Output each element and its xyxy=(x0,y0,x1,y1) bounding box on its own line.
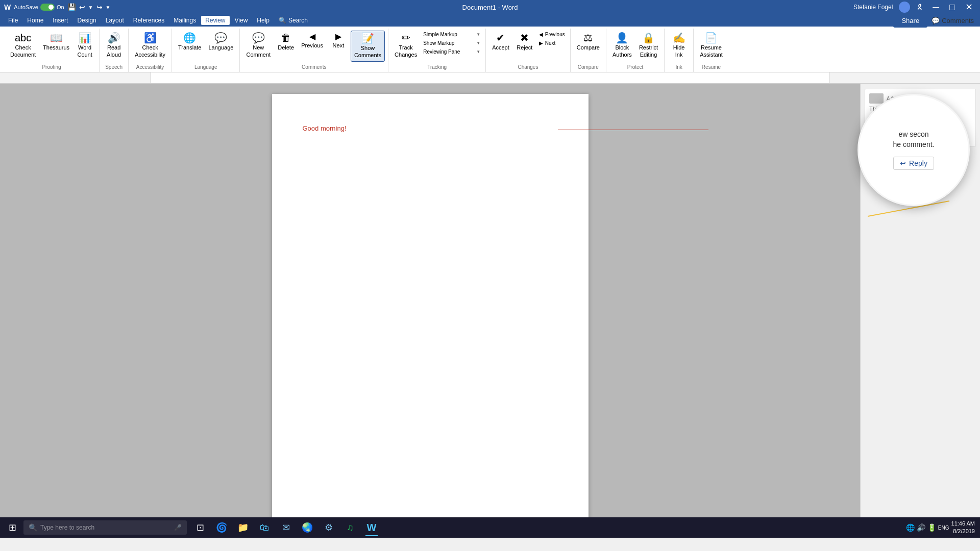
proofing-items: abc Check Document 📖 Thesaurus 📊 Word Co… xyxy=(7,29,96,63)
track-changes-button[interactable]: ✏ Track Changes xyxy=(391,31,420,61)
menu-home[interactable]: Home xyxy=(23,16,47,25)
clock[interactable]: 11:46 AM 8/2/2019 xyxy=(951,520,975,536)
menu-file[interactable]: File xyxy=(4,16,22,25)
resume-label: Resume xyxy=(697,63,726,72)
menu-insert[interactable]: Insert xyxy=(48,16,72,25)
menu-layout[interactable]: Layout xyxy=(102,16,128,25)
ribbon-icon[interactable]: 🎗 xyxy=(914,3,925,11)
ribbon-group-compare: ⚖ Compare Compare xyxy=(571,29,606,72)
new-comment-button[interactable]: 💬 New Comment xyxy=(243,31,274,61)
customize-icon[interactable]: ▼ xyxy=(106,5,111,10)
taskbar-spotify[interactable]: ♫ xyxy=(340,518,360,537)
autosave-pill[interactable] xyxy=(40,4,55,11)
thesaurus-icon: 📖 xyxy=(50,33,63,43)
redo-icon[interactable]: ↪ xyxy=(96,3,103,11)
taskbar-task-view[interactable]: ⊡ xyxy=(190,518,210,537)
taskbar-settings-app[interactable]: ⚙ xyxy=(318,518,339,537)
language-button[interactable]: 💬 Language xyxy=(205,31,236,53)
next-comment-button[interactable]: ▶ Next xyxy=(327,31,350,51)
reject-button[interactable]: ✖ Reject xyxy=(513,31,536,53)
taskbar-mail[interactable]: ✉ xyxy=(276,518,296,537)
ribbon-right: Share 💬 Comments xyxy=(891,12,976,30)
menu-mailings[interactable]: Mailings xyxy=(169,16,200,25)
keyboard-icon[interactable]: ENG xyxy=(938,525,949,531)
simple-markup-button[interactable]: Simple Markup ▼ xyxy=(421,31,482,38)
next-change-button[interactable]: ▶ Next xyxy=(537,39,567,47)
compare-button[interactable]: ⚖ Compare xyxy=(574,31,603,53)
block-authors-icon: 👤 xyxy=(616,33,628,43)
spotify-icon: ♫ xyxy=(347,522,354,533)
show-markup-button[interactable]: Show Markup ▼ xyxy=(421,39,482,47)
ribbon-group-accessibility: ♿ Check Accessibility Accessibility xyxy=(129,29,172,72)
taskbar-word[interactable]: W xyxy=(361,518,382,537)
document-page[interactable]: Good morning! xyxy=(272,94,589,525)
resume-icon: 📄 xyxy=(705,33,718,43)
zoom-text-line2: he comment. xyxy=(893,140,935,148)
menu-references[interactable]: References xyxy=(129,16,168,25)
undo-dropdown-icon[interactable]: ▼ xyxy=(88,5,93,10)
block-authors-button[interactable]: 👤 Block Authors xyxy=(609,31,635,61)
battery-icon[interactable]: 🔋 xyxy=(927,523,936,532)
taskbar-store[interactable]: 🛍 xyxy=(254,518,275,537)
menu-design[interactable]: Design xyxy=(73,16,100,25)
protect-label: Protect xyxy=(609,63,661,72)
zoom-text-line1: ew secon xyxy=(898,130,928,138)
restrict-editing-icon: 🔒 xyxy=(642,33,655,43)
network-icon[interactable]: 🌐 xyxy=(906,523,915,532)
menu-view[interactable]: View xyxy=(231,16,252,25)
language-label: Language xyxy=(175,63,236,72)
menu-review[interactable]: Review xyxy=(201,16,229,25)
reviewing-pane-dropdown[interactable]: ▼ xyxy=(476,49,480,54)
reviewing-pane-button[interactable]: Reviewing Pane ▼ xyxy=(421,48,482,56)
chrome-icon: 🌏 xyxy=(302,522,313,533)
menu-search[interactable]: Search xyxy=(288,17,308,24)
simple-markup-dropdown[interactable]: ▼ xyxy=(476,32,480,37)
compare-items: ⚖ Compare xyxy=(574,29,603,63)
taskbar-chrome[interactable]: 🌏 xyxy=(297,518,317,537)
mail-icon: ✉ xyxy=(282,522,290,533)
taskbar-mic-icon[interactable]: 🎤 xyxy=(174,524,182,531)
track-changes-icon: ✏ xyxy=(402,33,410,43)
maximize-btn[interactable]: □ xyxy=(946,2,958,13)
menu-help[interactable]: Help xyxy=(253,16,274,25)
taskbar-items: ⊡ 🌀 📁 🛍 ✉ 🌏 ⚙ ♫ W xyxy=(190,518,382,537)
accept-button[interactable]: ✔ Accept xyxy=(489,31,512,53)
previous-comment-button[interactable]: ◀ Previous xyxy=(298,31,326,51)
hide-ink-button[interactable]: ✍ Hide Ink xyxy=(668,31,690,61)
hide-ink-icon: ✍ xyxy=(673,33,685,43)
undo-icon[interactable]: ↩ xyxy=(79,3,85,11)
check-document-button[interactable]: abc Check Document xyxy=(7,31,39,61)
search-icon: 🔍 xyxy=(279,17,286,24)
previous-change-button[interactable]: ◀ Previous xyxy=(537,31,567,38)
read-aloud-button[interactable]: 🔊 Read Aloud xyxy=(103,31,125,61)
save-icon[interactable]: 💾 xyxy=(67,3,76,11)
taskbar-file-explorer[interactable]: 📁 xyxy=(233,518,253,537)
comments-button[interactable]: 💬 Comments xyxy=(932,17,974,24)
autosave-toggle[interactable]: AutoSave On xyxy=(14,4,64,11)
speech-bubble-icon: 💬 xyxy=(932,17,940,24)
check-accessibility-button[interactable]: ♿ Check Accessibility xyxy=(132,31,168,61)
minimize-btn[interactable]: ─ xyxy=(929,2,942,13)
translate-button[interactable]: 🌐 Translate xyxy=(175,31,204,53)
word-count-button[interactable]: 📊 Word Count xyxy=(74,31,96,61)
taskbar-edge[interactable]: 🌀 xyxy=(211,518,232,537)
page-container: Good morning! xyxy=(0,84,860,536)
restrict-editing-button[interactable]: 🔒 Restrict Editing xyxy=(636,31,661,61)
show-markup-dropdown[interactable]: ▼ xyxy=(476,41,480,45)
ribbon-group-proofing: abc Check Document 📖 Thesaurus 📊 Word Co… xyxy=(4,29,100,72)
share-button[interactable]: Share xyxy=(893,14,927,28)
document-text: Good morning! xyxy=(303,124,558,132)
comment-line xyxy=(558,130,708,130)
ruler xyxy=(0,72,980,84)
translate-icon: 🌐 xyxy=(183,33,196,43)
taskbar-search-box[interactable]: 🔍 Type here to search 🎤 xyxy=(23,520,187,535)
zoom-reply-button[interactable]: ↩ Reply xyxy=(893,157,934,170)
show-comments-button[interactable]: 📝 Show Comments xyxy=(351,31,385,62)
thesaurus-button[interactable]: 📖 Thesaurus xyxy=(40,31,72,53)
delete-comment-button[interactable]: 🗑 Delete xyxy=(275,31,297,53)
start-button[interactable]: ⊞ xyxy=(2,518,22,537)
new-comment-icon: 💬 xyxy=(252,33,265,43)
folder-icon: 📁 xyxy=(237,522,249,533)
resume-assistant-button[interactable]: 📄 Resume Assistant xyxy=(697,31,726,61)
volume-icon[interactable]: 🔊 xyxy=(917,523,925,532)
